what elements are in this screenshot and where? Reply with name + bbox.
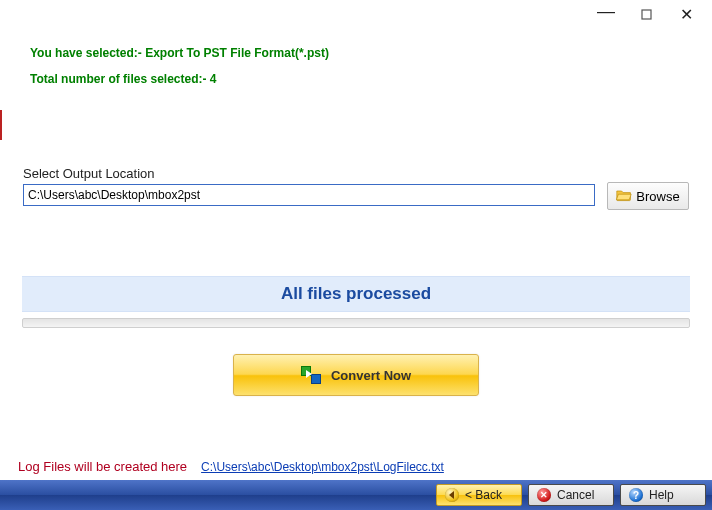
wizard-button-bar: < Back Cancel Help xyxy=(0,480,712,510)
help-icon xyxy=(629,488,643,502)
status-text: All files processed xyxy=(281,284,431,304)
window-titlebar: — ✕ xyxy=(0,0,712,30)
log-file-row: Log Files will be created here C:\Users\… xyxy=(18,459,444,474)
log-file-link[interactable]: C:\Users\abc\Desktop\mbox2pst\LogFilecc.… xyxy=(201,460,444,474)
close-button[interactable]: ✕ xyxy=(666,2,706,28)
back-button-label: < Back xyxy=(465,488,502,502)
minimize-button[interactable]: — xyxy=(586,2,626,28)
output-location-label: Select Output Location xyxy=(23,166,689,181)
cancel-icon xyxy=(537,488,551,502)
file-count-text: Total number of files selected:- 4 xyxy=(30,66,682,92)
browse-button[interactable]: Browse xyxy=(607,182,689,210)
convert-button-label: Convert Now xyxy=(331,368,411,383)
selection-info: You have selected:- Export To PST File F… xyxy=(0,30,712,98)
progress-track xyxy=(22,318,690,328)
folder-open-icon xyxy=(616,188,632,205)
browse-button-label: Browse xyxy=(636,189,679,204)
status-banner: All files processed xyxy=(22,276,690,312)
convert-icon xyxy=(301,366,321,384)
cancel-button[interactable]: Cancel xyxy=(528,484,614,506)
help-button[interactable]: Help xyxy=(620,484,706,506)
svg-rect-0 xyxy=(642,10,651,19)
cancel-button-label: Cancel xyxy=(557,488,594,502)
output-path-input[interactable] xyxy=(23,184,595,206)
convert-now-button[interactable]: Convert Now xyxy=(233,354,479,396)
back-button[interactable]: < Back xyxy=(436,484,522,506)
output-location-section: Select Output Location Browse xyxy=(0,156,712,210)
left-edge-artifact xyxy=(0,110,2,140)
help-button-label: Help xyxy=(649,488,674,502)
maximize-button[interactable] xyxy=(626,2,666,28)
back-arrow-icon xyxy=(445,488,459,502)
selected-format-text: You have selected:- Export To PST File F… xyxy=(30,40,682,66)
log-label: Log Files will be created here xyxy=(18,459,187,474)
